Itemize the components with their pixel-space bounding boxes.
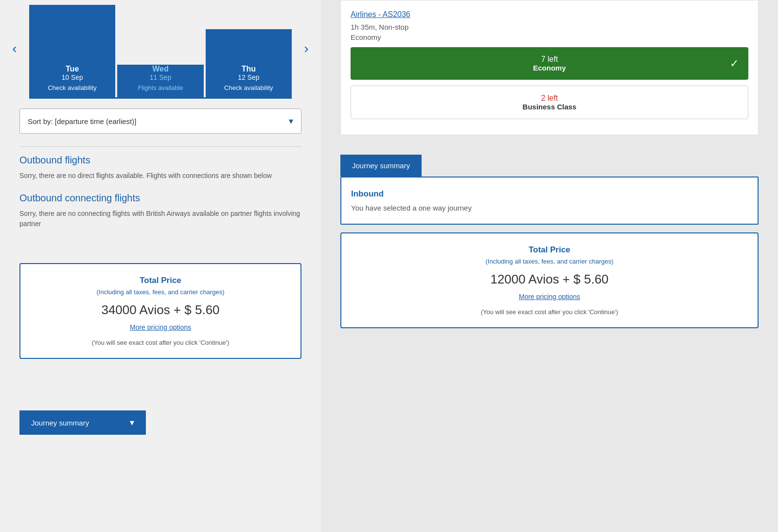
divider-1 <box>19 146 301 147</box>
journey-summary-bar-chevron-icon: ▾ <box>130 417 134 428</box>
total-price-title-right: Total Price <box>351 245 748 255</box>
more-pricing-options-link-right[interactable]: More pricing options <box>351 293 748 301</box>
total-price-title-left: Total Price <box>30 276 291 285</box>
total-price-amount-left: 34000 Avios + $ 5.60 <box>30 302 291 318</box>
outbound-connecting-title: Outbound connecting flights <box>19 193 301 204</box>
more-pricing-options-link-left[interactable]: More pricing options <box>30 323 291 331</box>
calendar-row: ‹ Tue 10 Sep Check availability Wed 11 S… <box>0 0 321 97</box>
left-panel: ‹ Tue 10 Sep Check availability Wed 11 S… <box>0 0 321 532</box>
sort-bar[interactable]: Sort by: [departure time (earliest)] ▾ <box>19 108 301 134</box>
flight-class: Economy <box>351 33 748 41</box>
sort-bar-chevron-icon: ▾ <box>289 116 293 126</box>
day-num-tue: 10 Sep <box>61 73 83 81</box>
economy-count: 7 left <box>533 55 566 64</box>
calendar-days: Tue 10 Sep Check availability Wed 11 Sep… <box>29 5 292 97</box>
total-price-box-right: Total Price (Including all taxes, fees, … <box>340 232 759 328</box>
day-status-wed: Flights available <box>138 84 183 91</box>
calendar-day-tue[interactable]: Tue 10 Sep Check availability <box>29 5 115 97</box>
day-status-tue: Check availability <box>48 84 96 91</box>
business-count: 2 left <box>523 94 577 103</box>
day-status-thu: Check availability <box>224 84 273 91</box>
business-class-name: Business Class <box>523 103 577 111</box>
outbound-flights-text: Sorry, there are no direct flights avail… <box>19 171 301 181</box>
page-wrapper: ‹ Tue 10 Sep Check availability Wed 11 S… <box>0 0 778 532</box>
right-panel: Airlines - AS2036 1h 35m, Non-stop Econo… <box>321 0 778 532</box>
economy-checkmark-icon: ✓ <box>730 57 739 70</box>
journey-summary-tab-right[interactable]: Journey summary <box>340 155 422 177</box>
calendar-next-button[interactable]: › <box>292 0 321 97</box>
total-price-subtitle-right: (Including all taxes, fees, and carrier … <box>351 258 748 265</box>
day-num-thu: 12 Sep <box>238 73 259 81</box>
sort-bar-wrapper: Sort by: [departure time (earliest)] ▾ <box>0 99 321 139</box>
inbound-text: You have selected a one way journey <box>351 204 748 212</box>
total-price-note-right: (You will see exact cost after you click… <box>351 308 748 316</box>
total-price-box-left: Total Price (Including all taxes, fees, … <box>19 263 301 359</box>
journey-summary-bar-left[interactable]: Journey summary ▾ <box>19 410 146 435</box>
economy-option[interactable]: 7 left Economy ✓ <box>351 47 748 80</box>
inbound-box: Inbound You have selected a one way jour… <box>340 177 759 225</box>
airline-link[interactable]: Airlines - AS2036 <box>351 10 748 19</box>
day-name-thu: Thu <box>242 65 256 73</box>
day-name-tue: Tue <box>66 65 79 73</box>
journey-summary-bar-label: Journey summary <box>31 419 89 427</box>
flight-duration: 1h 35m, Non-stop <box>351 23 748 31</box>
total-price-subtitle-left: (Including all taxes, fees, and carrier … <box>30 288 291 296</box>
outbound-flights-section: Outbound flights Sorry, there are no dir… <box>0 155 321 181</box>
total-price-amount-right: 12000 Avios + $ 5.60 <box>351 272 748 287</box>
economy-class-name: Economy <box>533 64 566 72</box>
total-price-note-left: (You will see exact cost after you click… <box>30 339 291 346</box>
outbound-connecting-section: Outbound connecting flights Sorry, there… <box>0 193 321 229</box>
inbound-title: Inbound <box>351 189 748 199</box>
outbound-connecting-text: Sorry, there are no connecting flights w… <box>19 209 301 229</box>
sort-bar-label: Sort by: [departure time (earliest)] <box>28 117 136 125</box>
day-name-wed: Wed <box>152 65 168 73</box>
calendar-day-thu[interactable]: Thu 12 Sep Check availability <box>206 29 292 97</box>
day-num-wed: 11 Sep <box>150 73 171 81</box>
business-class-option[interactable]: 2 left Business Class <box>351 86 748 119</box>
airline-section: Airlines - AS2036 1h 35m, Non-stop Econo… <box>340 0 759 135</box>
calendar-day-wed[interactable]: Wed 11 Sep Flights available <box>117 65 203 97</box>
calendar-prev-button[interactable]: ‹ <box>0 0 29 97</box>
outbound-flights-title: Outbound flights <box>19 155 301 166</box>
